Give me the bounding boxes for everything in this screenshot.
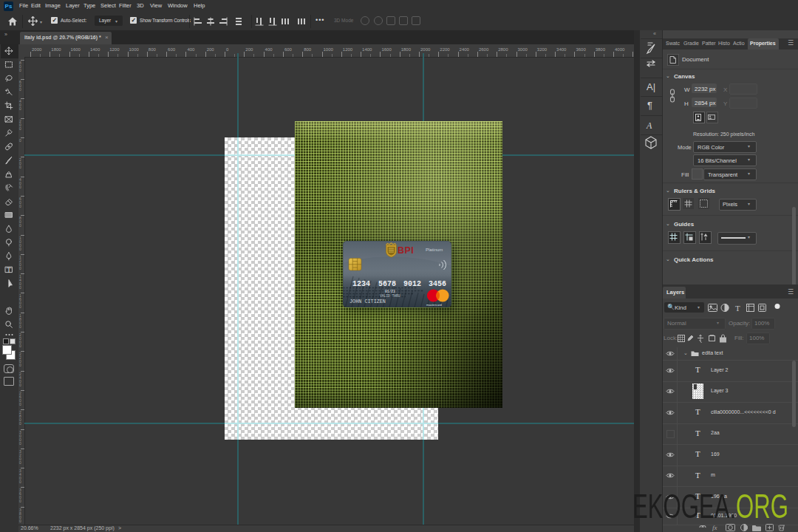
- svg-text:9012: 9012: [403, 280, 421, 288]
- svg-text:01/23: 01/23: [385, 290, 395, 293]
- svg-text:¶: ¶: [647, 100, 652, 111]
- svg-text:1234: 1234: [352, 280, 370, 288]
- svg-text:3456: 3456: [429, 280, 446, 288]
- svg-text:mastercard: mastercard: [426, 303, 443, 307]
- svg-text:VALID THRU: VALID THRU: [380, 294, 400, 298]
- svg-text:5678: 5678: [378, 280, 396, 288]
- svg-text:Platinum: Platinum: [426, 248, 443, 252]
- svg-text:A|: A|: [647, 81, 655, 92]
- svg-text:T: T: [735, 304, 740, 313]
- svg-text:JOHN CITIZEN: JOHN CITIZEN: [349, 299, 386, 304]
- svg-text:A: A: [646, 120, 652, 131]
- svg-text:BPI: BPI: [398, 245, 414, 256]
